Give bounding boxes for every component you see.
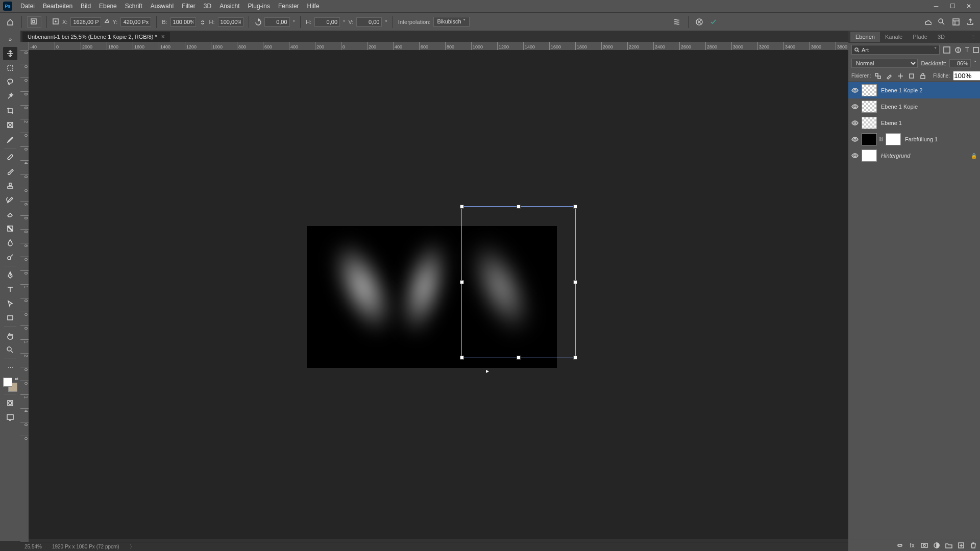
interpolation-dropdown[interactable]: Bikubisch ˅	[433, 17, 469, 27]
edit-toolbar-button[interactable]: ⋯	[3, 361, 17, 374]
new-layer-button[interactable]	[957, 541, 966, 550]
layer-visibility-toggle[interactable]	[850, 102, 860, 111]
link-wh-icon[interactable]	[199, 18, 206, 26]
rotate-input[interactable]	[264, 17, 290, 27]
hand-tool[interactable]	[3, 329, 17, 342]
window-close-button[interactable]: ✕	[961, 0, 977, 12]
lock-position-button[interactable]	[896, 72, 904, 80]
filter-type-icon[interactable]: T	[965, 45, 969, 55]
lock-paint-button[interactable]	[885, 72, 893, 80]
fill-input[interactable]	[953, 71, 980, 81]
layer-row[interactable]: Ebene 1	[848, 115, 980, 131]
color-swatches[interactable]: ⇄	[3, 378, 17, 392]
transform-handle-tr[interactable]	[573, 205, 577, 209]
zoom-tool[interactable]	[3, 343, 17, 357]
commit-transform-button[interactable]	[708, 16, 719, 28]
layer-name[interactable]: Ebene 1	[879, 120, 978, 126]
menu-datei[interactable]: Datei	[16, 3, 39, 10]
layer-mask-link-icon[interactable]: ⛓	[879, 137, 884, 142]
close-tab-button[interactable]: ×	[161, 33, 165, 40]
triangle-icon[interactable]	[104, 18, 109, 26]
skew-v-input[interactable]	[356, 17, 382, 27]
filter-shape-icon[interactable]	[972, 45, 980, 55]
width-input[interactable]	[170, 17, 196, 27]
filter-adjustment-icon[interactable]	[954, 45, 962, 55]
blend-mode-dropdown[interactable]: Normal	[851, 59, 918, 68]
menu-3d[interactable]: 3D	[200, 3, 215, 10]
layer-row[interactable]: ⛓Farbfüllung 1	[848, 131, 980, 147]
transform-handle-br[interactable]	[573, 356, 577, 360]
tab-pfade[interactable]: Pfade	[908, 32, 933, 42]
gradient-tool[interactable]	[3, 222, 17, 235]
layer-visibility-toggle[interactable]	[850, 135, 860, 144]
menu-bild[interactable]: Bild	[77, 3, 95, 10]
type-tool[interactable]	[3, 283, 17, 296]
layer-visibility-toggle[interactable]	[850, 86, 860, 95]
chevron-down-icon[interactable]: ˅	[934, 46, 937, 53]
magic-wand-tool[interactable]	[3, 90, 17, 103]
menu-plugins[interactable]: Plug-ins	[244, 3, 274, 10]
path-selection-tool[interactable]	[3, 297, 17, 310]
home-button[interactable]	[4, 16, 16, 28]
transform-handle-tc[interactable]	[517, 205, 521, 209]
quick-mask-button[interactable]	[3, 396, 17, 410]
tab-3d[interactable]: 3D	[933, 32, 950, 42]
menu-schrift[interactable]: Schrift	[121, 3, 146, 10]
link-layers-button[interactable]	[895, 541, 904, 550]
transform-handle-tl[interactable]	[460, 205, 464, 209]
zoom-level[interactable]: 25,54%	[24, 544, 42, 549]
eraser-tool[interactable]	[3, 208, 17, 221]
lasso-tool[interactable]	[3, 76, 17, 89]
layer-thumbnail[interactable]	[862, 84, 877, 96]
height-input[interactable]	[218, 17, 243, 27]
layer-row[interactable]: Ebene 1 Kopie	[848, 98, 980, 115]
foreground-color[interactable]	[3, 378, 12, 387]
tab-kanaele[interactable]: Kanäle	[880, 32, 908, 42]
marquee-tool[interactable]	[3, 61, 17, 74]
lock-all-button[interactable]	[919, 72, 927, 80]
layer-thumbnail[interactable]	[862, 149, 877, 162]
window-maximize-button[interactable]: ☐	[944, 0, 961, 12]
layer-group-button[interactable]	[944, 541, 953, 550]
brush-tool[interactable]	[3, 165, 17, 178]
menu-ebene[interactable]: Ebene	[95, 3, 121, 10]
x-input[interactable]	[70, 17, 101, 27]
layer-row[interactable]: Ebene 1 Kopie 2	[848, 82, 980, 98]
blur-tool[interactable]	[3, 236, 17, 249]
default-colors-icon[interactable]	[2, 388, 7, 393]
cloud-icon-button[interactable]	[922, 16, 933, 28]
rectangle-tool[interactable]	[3, 311, 17, 324]
search-button[interactable]	[936, 16, 947, 28]
menu-auswahl[interactable]: Auswahl	[146, 3, 178, 10]
layer-visibility-toggle[interactable]	[850, 118, 860, 128]
transform-handle-mr[interactable]	[573, 280, 577, 284]
layer-filter-search[interactable]: ˅	[851, 45, 940, 55]
cancel-transform-button[interactable]	[694, 16, 705, 28]
crop-tool[interactable]	[3, 104, 17, 117]
move-tool[interactable]	[3, 47, 17, 60]
opacity-input[interactable]	[949, 59, 971, 67]
menu-hilfe[interactable]: Hilfe	[303, 3, 324, 10]
adjustment-layer-button[interactable]	[932, 541, 941, 550]
menu-fenster[interactable]: Fenster	[274, 3, 303, 10]
doc-info[interactable]: 1920 Px x 1080 Px (72 ppcm)	[52, 544, 119, 549]
healing-brush-tool[interactable]	[3, 151, 17, 164]
reference-point-toggle[interactable]	[52, 18, 59, 26]
window-minimize-button[interactable]: ─	[928, 0, 944, 12]
layer-name[interactable]: Ebene 1 Kopie 2	[879, 87, 978, 93]
layer-visibility-toggle[interactable]	[850, 151, 860, 160]
layer-mask-button[interactable]	[920, 541, 929, 550]
swap-colors-icon[interactable]: ⇄	[15, 377, 18, 381]
status-chevron-icon[interactable]: 〉	[130, 543, 135, 550]
horizontal-ruler[interactable]: -400200018001600140012001000800600400200…	[29, 42, 848, 50]
clone-stamp-tool[interactable]	[3, 179, 17, 192]
document-tab[interactable]: Unbenannt-1 bei 25,5% (Ebene 1 Kopie 2, …	[22, 32, 170, 42]
frame-tool[interactable]	[3, 118, 17, 132]
menu-bearbeiten[interactable]: Bearbeiten	[39, 3, 77, 10]
lock-pixels-button[interactable]	[874, 72, 882, 80]
layer-row[interactable]: Hintergrund🔒	[848, 147, 980, 164]
layer-name[interactable]: Farbfüllung 1	[903, 136, 978, 142]
layer-thumbnail[interactable]	[862, 133, 877, 145]
screen-mode-button[interactable]	[3, 411, 17, 424]
layer-filter-input[interactable]	[862, 47, 932, 53]
